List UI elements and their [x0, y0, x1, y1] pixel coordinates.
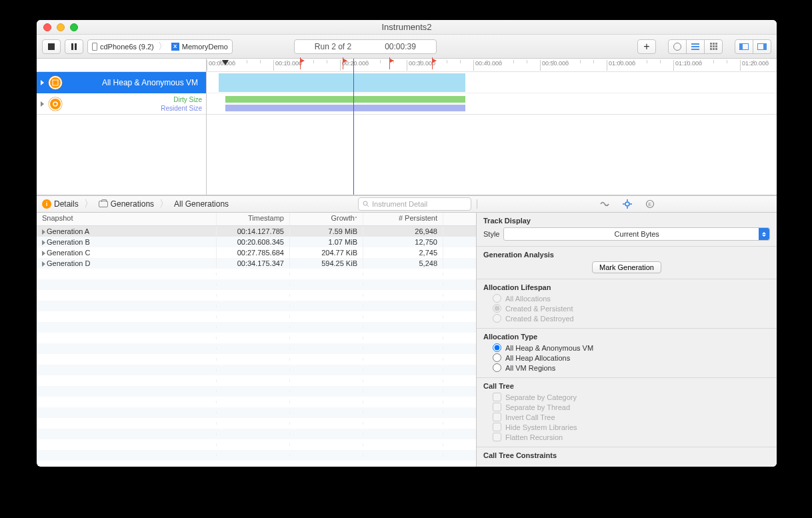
style-select[interactable]: Current Bytes: [503, 227, 770, 241]
col-growth[interactable]: Growth˅: [290, 213, 363, 225]
details-icon: i: [42, 199, 51, 209]
right-panel-button[interactable]: [753, 39, 771, 54]
generations-crumb[interactable]: Generations: [99, 199, 154, 209]
chevron-down-icon: [759, 228, 769, 240]
track-vm[interactable]: Dirty Size Resident Size: [37, 93, 207, 115]
panel-toggle-group: [735, 39, 771, 54]
detail-bar: iDetails 〉 Generations 〉 All Generations…: [37, 195, 777, 213]
generation-analysis-heading: Generation Analysis: [483, 251, 770, 259]
svg-line-3: [367, 205, 369, 207]
type-vm[interactable]: All VM Regions: [493, 363, 770, 372]
gear-icon[interactable]: [623, 199, 632, 209]
window-title: Instruments2: [37, 22, 777, 32]
resident-size-label: Resident Size: [66, 104, 202, 113]
disclosure-icon[interactable]: [41, 101, 45, 107]
vm-icon: [49, 97, 62, 111]
panel-right-icon: [757, 43, 767, 50]
style-label: Style: [483, 230, 499, 238]
track-area: All Heap & Anonymous VM Dirty Size Resid…: [37, 59, 777, 195]
search-icon: [363, 201, 369, 207]
col-snapshot[interactable]: Snapshot: [37, 213, 217, 225]
allocations-graph[interactable]: [207, 72, 777, 93]
pause-button[interactable]: [65, 39, 83, 54]
strategy-list-button[interactable]: [686, 39, 705, 54]
col-timestamp[interactable]: Timestamp: [217, 213, 290, 225]
track-alloc-label: All Heap & Anonymous VM: [66, 78, 202, 87]
record-stop-button[interactable]: [42, 39, 61, 54]
ct-flatten: Flatten Recursion: [493, 433, 770, 441]
svg-text:E: E: [648, 201, 651, 207]
target-selector[interactable]: cdPhone6s (9.2) 〉 XMemoryDemo: [87, 39, 233, 54]
mark-generation-button[interactable]: Mark Generation: [592, 261, 661, 273]
ct-hide-system: Hide System Libraries: [493, 423, 770, 431]
call-tree-heading: Call Tree: [483, 382, 770, 390]
list-icon: [691, 43, 699, 50]
lifespan-destroyed: Created & Destroyed: [493, 314, 770, 323]
all-generations-crumb[interactable]: All Generations: [174, 199, 229, 209]
grid-icon: [710, 43, 717, 50]
instrument-search[interactable]: Instrument Detail: [358, 197, 471, 211]
allocations-icon: [49, 76, 62, 89]
extended-detail-icon[interactable]: E: [645, 199, 655, 209]
svg-point-1: [53, 102, 57, 106]
flag-marker[interactable]: [432, 59, 437, 67]
titlebar[interactable]: Instruments2: [37, 20, 777, 35]
svg-point-4: [625, 202, 629, 206]
track-display-heading: Track Display: [483, 217, 770, 225]
instruments-window: Instruments2 cdPhone6s (9.2) 〉 XMemoryDe…: [37, 20, 777, 467]
app-icon: X: [171, 43, 179, 51]
col-persistent[interactable]: # Persistent: [363, 213, 443, 225]
table-row[interactable]: Generation A00:14.127.7857.59 MiB26,948: [37, 226, 476, 237]
lifespan-persistent: Created & Persistent: [493, 304, 770, 313]
time-cursor[interactable]: [353, 59, 354, 195]
strategy-gear-button[interactable]: [668, 39, 687, 54]
allocation-type-heading: Allocation Type: [483, 333, 770, 341]
flag-marker[interactable]: [300, 59, 305, 67]
gear-icon: [673, 43, 681, 51]
track-allocations[interactable]: All Heap & Anonymous VM: [37, 72, 207, 93]
call-tree-constraints-heading: Call Tree Constraints: [483, 451, 770, 459]
view-strategy-group: [668, 39, 723, 54]
playhead-icon[interactable]: [225, 60, 232, 67]
device-icon: [92, 43, 97, 51]
ct-separate-thread: Separate by Thread: [493, 403, 770, 411]
strategy-grid-button[interactable]: [704, 39, 723, 54]
add-button[interactable]: +: [637, 39, 656, 54]
vm-graph[interactable]: [207, 93, 777, 115]
time-ruler[interactable]: 00:00.00000:10.00000:20.00000:30.00000:4…: [207, 59, 777, 72]
table-row[interactable]: Generation D00:34.175.347594.25 KiB5,248: [37, 258, 476, 269]
dirty-size-label: Dirty Size: [66, 95, 202, 104]
toolbar: cdPhone6s (9.2) 〉 XMemoryDemo Run 2 of 2…: [37, 35, 777, 59]
svg-rect-0: [53, 80, 58, 85]
flag-marker[interactable]: [389, 59, 395, 67]
type-heap-anon[interactable]: All Heap & Anonymous VM: [493, 343, 770, 352]
panel-left-icon: [739, 43, 749, 50]
flag-marker[interactable]: [343, 59, 348, 67]
wave-icon[interactable]: [600, 199, 609, 209]
type-heap[interactable]: All Heap Allocations: [493, 353, 770, 362]
camera-icon: [99, 201, 108, 207]
allocation-lifespan-heading: Allocation Lifespan: [483, 283, 770, 291]
inspector-pane: Track Display Style Current Bytes Genera…: [477, 213, 777, 467]
svg-point-2: [363, 201, 367, 205]
ct-invert: Invert Call Tree: [493, 413, 770, 421]
table-row[interactable]: Generation C00:27.785.684204.77 KiB2,745: [37, 247, 476, 258]
lifespan-all: All Allocations: [493, 294, 770, 303]
ct-separate-category: Separate by Category: [493, 393, 770, 401]
run-status[interactable]: Run 2 of 200:00:39: [294, 39, 437, 54]
details-crumb[interactable]: iDetails: [42, 199, 79, 209]
left-panel-button[interactable]: [735, 39, 753, 54]
table-row[interactable]: Generation B00:20.608.3451.07 MiB12,750: [37, 237, 476, 247]
disclosure-icon[interactable]: [41, 80, 45, 85]
generations-table: Snapshot Timestamp Growth˅ # Persistent …: [37, 213, 477, 467]
